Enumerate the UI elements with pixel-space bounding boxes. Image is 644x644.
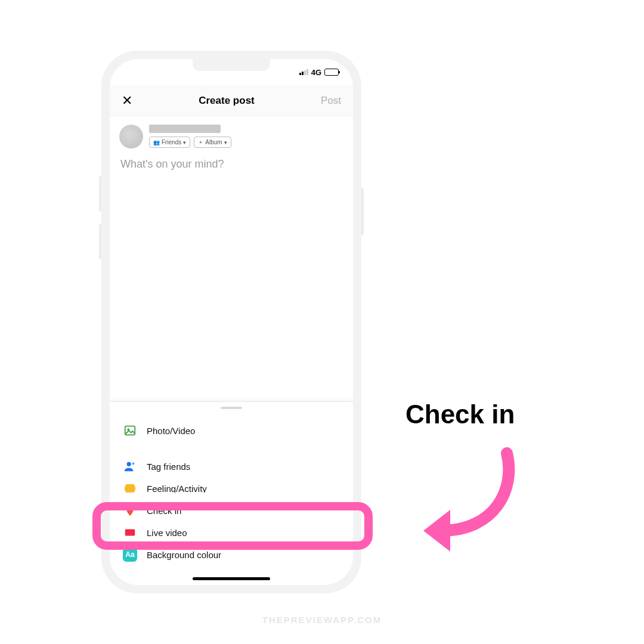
option-tag-friends[interactable]: Tag friends xyxy=(110,448,353,484)
create-post-header: ✕ Create post Post xyxy=(110,85,353,116)
avatar[interactable] xyxy=(119,125,143,148)
svg-rect-6 xyxy=(125,530,135,536)
album-label: Album xyxy=(205,139,222,145)
live-icon xyxy=(123,528,137,537)
power-button xyxy=(361,188,364,236)
option-label: Check in xyxy=(147,506,181,516)
bgcolor-icon: Aa xyxy=(123,547,137,562)
phone-frame: 4G ✕ Create post Post 👥 Friends ▾ xyxy=(101,51,361,593)
callout-arrow-icon xyxy=(405,441,537,561)
audience-selector[interactable]: 👥 Friends ▾ xyxy=(149,137,190,148)
sheet-handle[interactable] xyxy=(221,407,242,409)
post-button[interactable]: Post xyxy=(321,95,341,107)
feeling-icon xyxy=(123,484,137,493)
network-label: 4G xyxy=(311,68,321,77)
svg-point-2 xyxy=(127,462,131,466)
option-check-in[interactable]: Check in xyxy=(110,493,353,528)
header-title: Create post xyxy=(199,95,255,107)
friends-icon: 👥 xyxy=(153,140,160,145)
chevron-down-icon: ▾ xyxy=(224,140,227,145)
option-photo-video[interactable]: Photo/Video xyxy=(110,413,353,448)
audience-label: Friends xyxy=(162,139,181,145)
battery-icon xyxy=(324,69,339,76)
signal-icon xyxy=(299,69,308,75)
chevron-down-icon: ▾ xyxy=(183,140,186,145)
option-label: Photo/Video xyxy=(147,426,195,436)
watermark: THEPREVIEWAPP.COM xyxy=(0,615,644,625)
svg-point-4 xyxy=(125,484,135,493)
close-icon[interactable]: ✕ xyxy=(122,93,132,109)
option-live-video[interactable]: Live video xyxy=(110,528,353,537)
tag-friends-icon xyxy=(123,459,137,473)
album-selector[interactable]: ＋ Album ▾ xyxy=(194,137,231,148)
option-label: Live video xyxy=(147,528,187,537)
callout-title: Check in xyxy=(405,400,515,429)
volume-up-button xyxy=(99,176,101,212)
home-indicator xyxy=(193,577,270,580)
user-row: 👥 Friends ▾ ＋ Album ▾ xyxy=(110,116,353,152)
option-label: Background colour xyxy=(147,550,221,560)
phone-screen: 4G ✕ Create post Post 👥 Friends ▾ xyxy=(110,59,353,585)
composer-textarea[interactable]: What's on your mind? xyxy=(110,152,353,177)
photo-icon xyxy=(123,423,137,438)
checkin-icon xyxy=(123,503,137,518)
volume-down-button xyxy=(99,224,101,259)
svg-point-5 xyxy=(129,507,132,510)
option-label: Tag friends xyxy=(147,462,190,472)
status-bar: 4G xyxy=(110,59,353,85)
option-background-colour[interactable]: Aa Background colour xyxy=(110,537,353,572)
plus-icon: ＋ xyxy=(198,138,203,146)
option-label: Feeling/Activity xyxy=(147,484,207,493)
post-options-sheet: Photo/Video Tag friends xyxy=(110,401,353,585)
user-name-redacted xyxy=(149,125,221,133)
option-feeling-activity[interactable]: Feeling/Activity xyxy=(110,484,353,493)
svg-point-3 xyxy=(132,462,134,465)
